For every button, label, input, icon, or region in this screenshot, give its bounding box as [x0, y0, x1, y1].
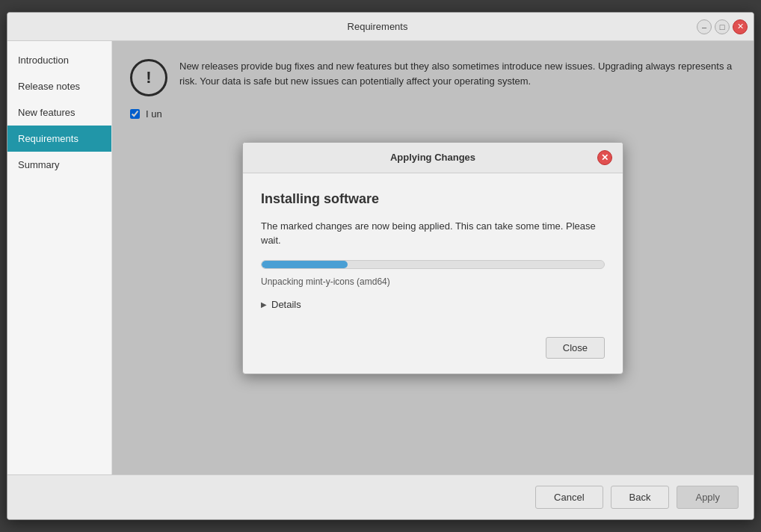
sidebar-item-introduction[interactable]: Introduction	[7, 47, 111, 73]
modal-description: The marked changes are now being applied…	[261, 219, 605, 248]
window-body: Introduction Release notes New features …	[7, 41, 754, 474]
progress-bar-fill	[262, 261, 348, 268]
apply-button[interactable]: Apply	[677, 486, 739, 509]
status-text: Unpacking mint-y-icons (amd64)	[261, 276, 605, 287]
modal-heading: Installing software	[261, 191, 605, 207]
modal-footer: Close	[243, 337, 623, 374]
applying-changes-modal: Applying Changes ✕ Installing software T…	[242, 142, 623, 374]
back-button[interactable]: Back	[611, 486, 670, 509]
details-arrow-icon: ▶	[261, 300, 267, 309]
modal-close-button[interactable]: Close	[546, 337, 605, 359]
sidebar-item-requirements[interactable]: Requirements	[7, 126, 111, 152]
modal-body: Installing software The marked changes a…	[243, 173, 623, 337]
bottom-bar: Cancel Back Apply	[7, 474, 754, 519]
main-window: Requirements – □ ✕ Introduction Release …	[7, 12, 754, 520]
minimize-button[interactable]: –	[697, 19, 712, 34]
modal-close-icon[interactable]: ✕	[597, 150, 612, 165]
cancel-button[interactable]: Cancel	[535, 486, 603, 509]
window-controls: – □ ✕	[697, 19, 748, 34]
details-toggle[interactable]: ▶ Details	[261, 299, 605, 310]
sidebar-item-release-notes[interactable]: Release notes	[7, 73, 111, 99]
window-title: Requirements	[58, 21, 697, 32]
sidebar-item-summary[interactable]: Summary	[7, 152, 111, 178]
sidebar: Introduction Release notes New features …	[7, 41, 112, 474]
modal-title: Applying Changes	[268, 152, 597, 163]
details-label: Details	[271, 299, 301, 310]
maximize-button[interactable]: □	[715, 19, 730, 34]
modal-overlay: Applying Changes ✕ Installing software T…	[112, 41, 754, 474]
modal-header: Applying Changes ✕	[243, 143, 623, 173]
titlebar: Requirements – □ ✕	[7, 13, 754, 41]
progress-bar-container	[261, 260, 605, 269]
main-content: ! New releases provide bug fixes and new…	[112, 41, 754, 474]
sidebar-item-new-features[interactable]: New features	[7, 99, 111, 126]
close-button[interactable]: ✕	[733, 19, 748, 34]
